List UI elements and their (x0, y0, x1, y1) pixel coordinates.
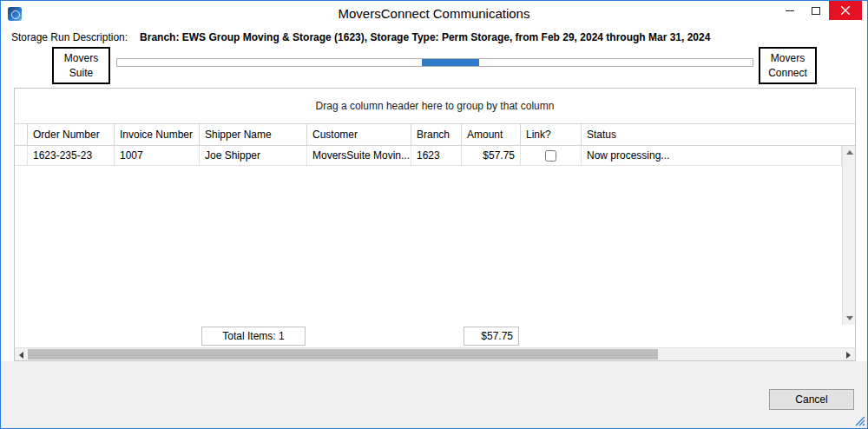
movers-suite-box: Movers Suite (52, 47, 110, 84)
link-cell (521, 146, 582, 165)
column-header-shipper-name[interactable]: Shipper Name (200, 124, 307, 145)
total-items-summary: Total Items: 1 (201, 327, 306, 346)
movers-suite-label: Movers Suite (54, 51, 108, 79)
horizontal-scrollbar[interactable] (15, 347, 855, 360)
scroll-down-button[interactable] (843, 312, 856, 325)
customer-cell: MoversSuite Movin... (307, 146, 411, 165)
scroll-right-button[interactable] (842, 348, 855, 361)
storage-run-description-label: Storage Run Description: (11, 31, 128, 43)
chevron-right-icon (846, 352, 851, 359)
storage-run-description-value: Branch: EWS Group Moving & Storage (1623… (140, 31, 710, 43)
minimize-button[interactable] (777, 1, 803, 20)
transfer-progress-bar (116, 58, 753, 67)
scroll-left-button[interactable] (15, 348, 28, 361)
maximize-button[interactable] (803, 1, 829, 20)
progress-fill (422, 59, 479, 66)
order-number-cell: 1623-235-23 (28, 146, 115, 165)
column-header-amount[interactable]: Amount (462, 124, 521, 145)
column-header-order-number[interactable]: Order Number (28, 124, 115, 145)
chevron-left-icon (19, 352, 23, 359)
total-amount-summary: $57.75 (464, 327, 519, 346)
results-grid: Drag a column header here to group by th… (14, 88, 856, 361)
status-cell: Now processing... (582, 146, 842, 165)
invoice-number-cell: 1007 (115, 146, 200, 165)
column-header-status[interactable]: Status (582, 124, 855, 145)
title-bar[interactable]: MoversConnect Communications (1, 1, 867, 27)
shipper-name-cell: Joe Shipper (200, 146, 307, 165)
bottom-bar: Cancel (1, 361, 867, 428)
column-header-invoice-number[interactable]: Invoice Number (115, 124, 200, 145)
window-title: MoversConnect Communications (88, 6, 780, 21)
maximize-icon (812, 7, 820, 15)
grid-header-row: Order Number Invoice Number Shipper Name… (15, 123, 855, 146)
window-controls (777, 1, 862, 20)
app-window: MoversConnect Communications Storage Run… (0, 0, 868, 429)
table-row[interactable]: 1623-235-23 1007 Joe Shipper MoversSuite… (15, 146, 842, 166)
storage-run-description-row: Storage Run Description:Branch: EWS Grou… (11, 31, 857, 43)
row-indicator-header (15, 124, 28, 145)
movers-connect-label: Movers Connect (760, 51, 815, 79)
close-icon (841, 6, 850, 15)
horizontal-scrollbar-thumb[interactable] (28, 349, 658, 360)
close-button[interactable] (829, 1, 862, 20)
grid-summary-row: Total Items: 1 $57.75 (15, 325, 855, 347)
group-by-drop-zone[interactable]: Drag a column header here to group by th… (15, 89, 855, 123)
resize-grip[interactable] (855, 416, 865, 426)
scroll-up-button[interactable] (843, 146, 856, 159)
link-checkbox[interactable] (545, 150, 556, 162)
app-icon[interactable] (8, 7, 22, 21)
column-header-link[interactable]: Link? (521, 124, 582, 145)
vertical-scrollbar[interactable] (842, 146, 855, 325)
chevron-down-icon (846, 316, 853, 320)
row-indicator-cell (15, 146, 28, 165)
movers-connect-box: Movers Connect (759, 47, 817, 84)
cancel-button[interactable]: Cancel (769, 389, 854, 410)
column-header-branch[interactable]: Branch (411, 124, 462, 145)
column-header-customer[interactable]: Customer (307, 124, 411, 145)
minimize-icon (786, 10, 794, 11)
chevron-up-icon (846, 150, 853, 155)
branch-cell: 1623 (411, 146, 462, 165)
amount-cell: $57.75 (462, 146, 521, 165)
